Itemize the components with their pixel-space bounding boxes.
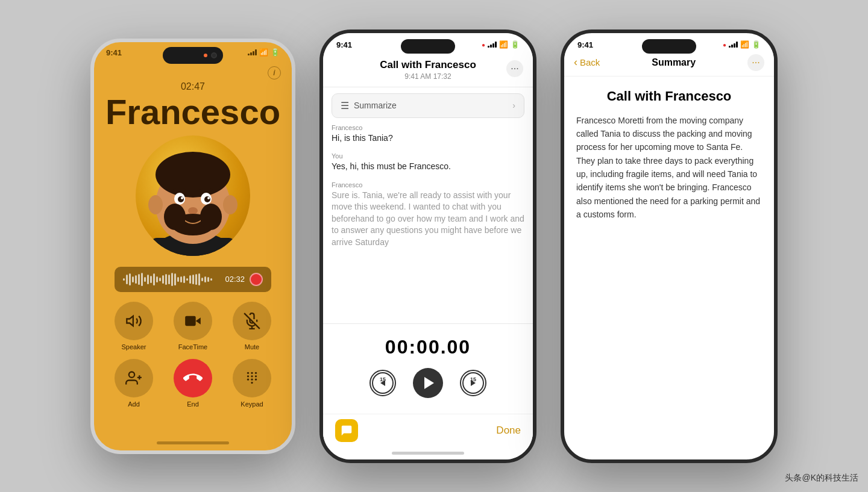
signal-bar-3	[253, 51, 254, 55]
skip-back-button[interactable]: 15	[370, 370, 396, 396]
message-2: You Yes, hi, this must be Francesco.	[332, 152, 524, 173]
svg-rect-18	[185, 316, 196, 325]
wave-line	[180, 276, 182, 282]
wave-line	[135, 275, 137, 284]
add-icon	[115, 359, 153, 397]
chat-bubble-icon[interactable]	[335, 419, 358, 442]
svg-point-31	[247, 378, 249, 380]
wave-line	[138, 274, 140, 285]
waveform-bar: 02:32	[115, 267, 271, 292]
wave-line	[186, 278, 188, 281]
playback-time: 00:00.00	[385, 336, 471, 358]
svg-point-32	[251, 378, 253, 380]
wave-line	[129, 273, 131, 285]
message-text-3: Sure is. Tania, we're all ready to assis…	[332, 190, 524, 249]
summary-text: Francesco Moretti from the moving compan…	[576, 114, 762, 222]
wave-line	[189, 275, 191, 284]
summary-content: Call with Francesco Francesco Moretti fr…	[564, 76, 774, 459]
front-camera	[211, 52, 217, 58]
speaker-2: You	[332, 152, 524, 160]
signal-bar	[490, 45, 492, 48]
transcript-screen: Call with Francesco 9:41 AM 17:32 ··· ☰ …	[323, 49, 533, 459]
status-icons-2: ● 📶 🔋	[482, 40, 520, 49]
wave-line	[159, 278, 161, 281]
record-timer: 02:32	[225, 275, 245, 284]
summarize-label: Summarize	[354, 101, 397, 110]
message-text-1: Hi, is this Tania?	[332, 132, 524, 145]
speaker-3: Francesco	[332, 181, 524, 188]
phone-summary: 9:41 ● 📶 🔋 ‹ Back Summary ··· Call with …	[561, 30, 778, 463]
svg-point-13	[188, 207, 198, 214]
svg-point-27	[255, 372, 257, 373]
speaker-label: Speaker	[122, 343, 146, 350]
recording-icon-3: ●	[723, 42, 726, 48]
svg-point-28	[247, 375, 249, 377]
phone-active-call: 9:41 📶 🔋 i 02:47 Francesco	[90, 39, 295, 454]
wave-line	[198, 273, 200, 285]
wave-line	[162, 275, 164, 284]
record-button[interactable]	[250, 273, 263, 286]
transcript-bottom-bar: Done	[323, 414, 533, 449]
call-timer: 02:47	[181, 81, 205, 92]
svg-point-4	[156, 152, 230, 198]
summarize-icon: ☰	[341, 100, 349, 111]
more-options-button[interactable]: ···	[506, 60, 523, 77]
signal-bar-1	[248, 54, 250, 55]
signal-bar-4	[255, 49, 257, 55]
done-button[interactable]: Done	[496, 425, 521, 437]
wave-line	[210, 278, 212, 281]
add-button[interactable]: Add	[108, 359, 159, 408]
status-time-2: 9:41	[336, 40, 352, 49]
summarize-bar[interactable]: ☰ Summarize ›	[332, 93, 524, 118]
notch-3	[642, 39, 696, 54]
wave-line	[201, 278, 203, 281]
wave-line	[156, 276, 158, 282]
facetime-button[interactable]: FaceTime	[168, 302, 218, 350]
nav-more-button[interactable]: ···	[747, 54, 764, 71]
wave-line	[144, 277, 146, 282]
wave-line	[195, 274, 197, 285]
play-button[interactable]	[413, 368, 443, 398]
battery-icon-2: 🔋	[511, 40, 520, 49]
svg-point-15	[164, 204, 186, 230]
phone-transcript: 9:41 ● 📶 🔋 Call with Francesco 9:41 AM 1…	[319, 30, 536, 463]
wave-line	[207, 277, 209, 282]
signal-bars-1	[248, 49, 257, 55]
signal-bar	[734, 43, 735, 48]
svg-point-26	[251, 372, 253, 373]
svg-point-16	[200, 204, 222, 230]
wave-line	[147, 275, 149, 284]
transcript-title: Call with Francesco	[335, 59, 521, 71]
svg-point-30	[255, 375, 257, 377]
svg-point-6	[223, 195, 237, 214]
notch-1	[163, 47, 223, 64]
playback-section: 00:00.00 15 15	[323, 323, 533, 414]
svg-point-11	[181, 197, 183, 199]
end-call-button[interactable]: End	[168, 359, 218, 408]
wave-line	[204, 276, 206, 282]
wave-line	[132, 276, 134, 282]
status-icons-1: 📶 🔋	[248, 48, 280, 57]
recording-icon-2: ●	[482, 42, 485, 48]
message-1: Francesco Hi, is this Tania?	[332, 124, 524, 145]
skip-forward-button[interactable]: 15	[460, 370, 486, 396]
transcript-subtitle: 9:41 AM 17:32	[335, 72, 521, 81]
speaker-button[interactable]: Speaker	[108, 302, 159, 350]
end-label: End	[187, 400, 199, 408]
svg-point-22	[129, 372, 134, 377]
mute-button[interactable]: Mute	[227, 302, 277, 350]
facetime-icon	[174, 302, 212, 340]
svg-point-5	[148, 195, 163, 214]
wave-line	[174, 273, 176, 285]
back-button[interactable]: ‹ Back	[574, 56, 600, 69]
info-icon[interactable]: i	[268, 66, 281, 79]
svg-point-34	[251, 381, 253, 383]
speaker-icon	[115, 302, 153, 340]
svg-marker-17	[127, 316, 133, 325]
wave-line	[168, 275, 170, 284]
signal-bars-2	[488, 42, 497, 48]
keypad-button[interactable]: Keypad	[227, 359, 277, 408]
nav-title: Summary	[652, 57, 696, 68]
recording-dot	[204, 54, 207, 57]
svg-point-25	[247, 372, 249, 373]
